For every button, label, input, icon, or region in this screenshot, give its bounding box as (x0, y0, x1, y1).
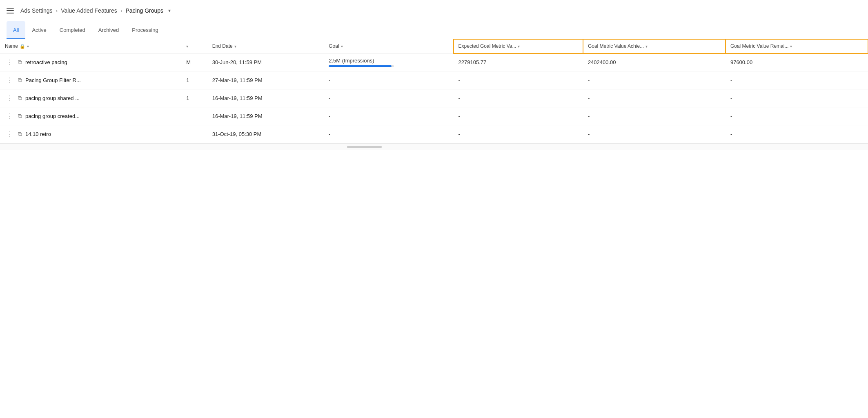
goal-achieved-cell-2: - (583, 89, 726, 107)
goal-achieved-cell-3: - (583, 107, 726, 125)
start-sort-icon[interactable]: ▾ (186, 44, 188, 49)
table-header-row: Name 🔒 ▾ ▾ End Date (0, 39, 868, 53)
table-row: ⋮ ⧉ 14.10 retro 31-Oct-19, 05:30 PM---- (0, 125, 868, 143)
col-expected-label: Expected Goal Metric Va... (458, 43, 516, 49)
name-cell-0: ⋮ ⧉ retroactive pacing (0, 53, 181, 71)
goal-achieved-cell-4: - (583, 125, 726, 143)
goal-cell-1: - (324, 71, 453, 89)
data-table-wrapper: Name 🔒 ▾ ▾ End Date (0, 39, 868, 143)
start-date-cell-0: M (181, 53, 207, 71)
name-cell-2: ⋮ ⧉ pacing group shared ... (0, 89, 181, 107)
table-row: ⋮ ⧉ retroactive pacing M30-Jun-20, 11:59… (0, 53, 868, 71)
goal-achieved-cell-1: - (583, 71, 726, 89)
app-shell: Ads Settings › Value Added Features › Pa… (0, 0, 868, 150)
goal-cell-4: - (324, 125, 453, 143)
breadcrumb-ads-settings[interactable]: Ads Settings (20, 7, 53, 14)
end-date-cell-4: 31-Oct-19, 05:30 PM (207, 125, 324, 143)
goal-text-0: 2.5M (Impressions) (329, 58, 448, 64)
goal-bar-fill-0 (329, 65, 392, 67)
start-date-cell-1: 1 (181, 71, 207, 89)
col-header-goal-achieved: Goal Metric Value Achie... ▾ (583, 39, 726, 53)
col-header-start: ▾ (181, 39, 207, 53)
horizontal-scrollbar[interactable] (0, 143, 868, 150)
start-date-cell-3 (181, 107, 207, 125)
breadcrumb-dropdown-icon[interactable]: ▾ (168, 8, 171, 13)
row-copy-icon-4[interactable]: ⧉ (18, 131, 22, 138)
goal-remaining-cell-4: - (726, 125, 868, 143)
row-copy-icon-2[interactable]: ⧉ (18, 95, 22, 102)
tab-active[interactable]: Active (25, 21, 53, 39)
breadcrumb: Ads Settings › Value Added Features › Pa… (20, 7, 171, 14)
name-cell-1: ⋮ ⧉ Pacing Group Filter R... (0, 71, 181, 89)
row-name-1[interactable]: Pacing Group Filter R... (25, 77, 81, 83)
expected-goal-cell-0: 2279105.77 (454, 53, 583, 71)
menu-icon[interactable] (7, 8, 14, 13)
end-date-cell-1: 27-Mar-19, 11:59 PM (207, 71, 324, 89)
goal-bar-container-0 (329, 65, 394, 67)
row-copy-icon-0[interactable]: ⧉ (18, 59, 22, 66)
row-dots-4[interactable]: ⋮ (5, 129, 15, 139)
name-cell-3: ⋮ ⧉ pacing group created... (0, 107, 181, 125)
col-name-label: Name (5, 43, 18, 49)
expected-goal-cell-1: - (454, 71, 583, 89)
name-sort-icon[interactable]: ▾ (27, 44, 29, 49)
start-date-cell-2: 1 (181, 89, 207, 107)
col-header-goal-remaining: Goal Metric Value Remai... ▾ (726, 39, 868, 53)
row-copy-icon-3[interactable]: ⧉ (18, 113, 22, 120)
tab-processing[interactable]: Processing (125, 21, 165, 39)
expected-sort-icon[interactable]: ▾ (518, 44, 520, 49)
goal-cell-3: - (324, 107, 453, 125)
expected-goal-cell-4: - (454, 125, 583, 143)
data-table: Name 🔒 ▾ ▾ End Date (0, 39, 868, 143)
table-row: ⋮ ⧉ pacing group created... 16-Mar-19, 1… (0, 107, 868, 125)
row-name-0[interactable]: retroactive pacing (25, 59, 67, 65)
goal-cell-0: 2.5M (Impressions) (324, 53, 453, 71)
col-remaining-label: Goal Metric Value Remai... (730, 43, 789, 49)
row-dots-2[interactable]: ⋮ (5, 93, 15, 103)
table-row: ⋮ ⧉ Pacing Group Filter R... 127-Mar-19,… (0, 71, 868, 89)
tab-all[interactable]: All (7, 21, 25, 39)
row-name-3[interactable]: pacing group created... (25, 113, 80, 119)
tab-completed[interactable]: Completed (53, 21, 92, 39)
col-goal-label: Goal (329, 43, 339, 49)
goal-remaining-cell-1: - (726, 71, 868, 89)
header: Ads Settings › Value Added Features › Pa… (0, 0, 868, 21)
goal-remaining-cell-0: 97600.00 (726, 53, 868, 71)
tab-bar: All Active Completed Archived Processing (0, 21, 868, 39)
breadcrumb-sep-1: › (56, 7, 58, 14)
col-header-end-date: End Date ▾ (207, 39, 324, 53)
breadcrumb-value-added[interactable]: Value Added Features (61, 7, 117, 14)
goal-remaining-cell-3: - (726, 107, 868, 125)
row-name-2[interactable]: pacing group shared ... (25, 95, 80, 101)
remaining-sort-icon[interactable]: ▾ (790, 44, 792, 49)
expected-goal-cell-2: - (454, 89, 583, 107)
end-date-cell-3: 16-Mar-19, 11:59 PM (207, 107, 324, 125)
achieved-sort-icon[interactable]: ▾ (645, 44, 648, 49)
col-header-goal: Goal ▾ (324, 39, 453, 53)
col-header-expected-goal: Expected Goal Metric Va... ▾ (454, 39, 583, 53)
col-end-date-label: End Date (212, 43, 233, 49)
goal-achieved-cell-0: 2402400.00 (583, 53, 726, 71)
lock-icon: 🔒 (20, 44, 25, 49)
breadcrumb-pacing-groups: Pacing Groups (125, 7, 163, 14)
goal-sort-icon[interactable]: ▾ (341, 44, 343, 49)
end-date-cell-2: 16-Mar-19, 11:59 PM (207, 89, 324, 107)
end-date-sort-icon[interactable]: ▾ (234, 44, 236, 49)
col-achieved-label: Goal Metric Value Achie... (588, 43, 644, 49)
table-row: ⋮ ⧉ pacing group shared ... 116-Mar-19, … (0, 89, 868, 107)
row-dots-3[interactable]: ⋮ (5, 111, 15, 121)
end-date-cell-0: 30-Jun-20, 11:59 PM (207, 53, 324, 71)
scrollbar-thumb[interactable] (347, 146, 382, 148)
tab-archived[interactable]: Archived (92, 21, 126, 39)
expected-goal-cell-3: - (454, 107, 583, 125)
row-dots-0[interactable]: ⋮ (5, 58, 15, 67)
start-date-cell-4 (181, 125, 207, 143)
name-cell-4: ⋮ ⧉ 14.10 retro (0, 125, 181, 143)
row-name-4[interactable]: 14.10 retro (25, 131, 51, 137)
breadcrumb-sep-2: › (120, 7, 122, 14)
row-copy-icon-1[interactable]: ⧉ (18, 77, 22, 84)
row-dots-1[interactable]: ⋮ (5, 76, 15, 85)
goal-cell-2: - (324, 89, 453, 107)
col-header-name: Name 🔒 ▾ (0, 39, 181, 53)
goal-remaining-cell-2: - (726, 89, 868, 107)
